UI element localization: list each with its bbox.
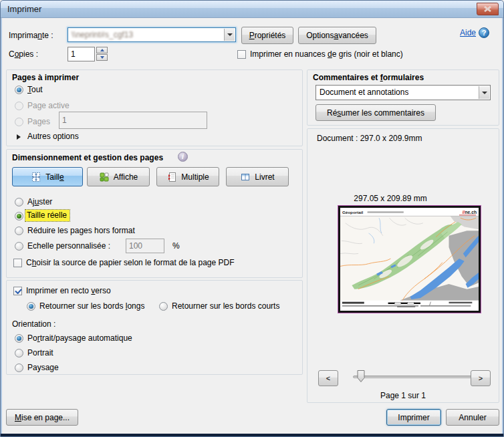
shrink-radio[interactable]	[15, 227, 23, 235]
next-page-button[interactable]: >	[471, 370, 491, 386]
page-status: Page 1 sur 1	[307, 391, 499, 400]
more-options-label[interactable]: Autres options	[27, 132, 79, 141]
printer-select[interactable]: \\neprint#s_cgf13	[68, 27, 236, 42]
actual-size-label: Taille réelle	[25, 210, 70, 221]
grayscale-checkbox[interactable]	[237, 50, 246, 59]
comments-group-title: Commentaires et formulaires	[313, 73, 424, 82]
page-size-label: 297.05 x 209.89 mm	[324, 194, 457, 203]
comments-dropdown-button[interactable]	[479, 86, 489, 99]
booklet-mode-button[interactable]: Livret	[226, 167, 289, 186]
titlebar: Imprimer	[1, 1, 503, 18]
booklet-mode-label: Livret	[255, 172, 274, 182]
percent-label: %	[172, 241, 180, 251]
expand-triangle-icon[interactable]	[17, 134, 21, 140]
shrink-label: Réduire les pages hors format	[27, 226, 135, 235]
long-edge-label: Retourner sur les bords longs	[39, 301, 144, 311]
paper-source-checkbox[interactable]	[13, 259, 22, 267]
pages-all-label: Tout	[27, 85, 43, 94]
fit-label: Ajuster	[27, 197, 52, 206]
printer-value: \\neprint#s_cgf13	[72, 30, 133, 39]
copies-stepper	[96, 47, 108, 61]
map-footer	[340, 301, 479, 311]
help-link[interactable]: Aide	[460, 28, 476, 37]
actual-size-radio[interactable]	[15, 212, 23, 221]
info-icon[interactable]: i	[178, 152, 188, 162]
custom-scale-label: Echelle personnalisée :	[27, 241, 110, 251]
pages-range-radio[interactable]	[15, 118, 23, 126]
printer-dropdown-button[interactable]	[224, 29, 235, 41]
page-slider-track[interactable]	[353, 376, 472, 378]
map-brand-domain: ne.ch	[465, 210, 477, 214]
pages-current-label: Page active	[27, 101, 70, 110]
multiple-mode-button[interactable]: Multiple	[156, 167, 219, 186]
multiple-icon	[166, 172, 177, 182]
sizing-group-title: Dimensionnement et gestion des pages	[12, 153, 163, 162]
orientation-portrait-radio[interactable]	[15, 349, 23, 357]
size-icon	[31, 172, 41, 182]
paper-source-label: Choisir la source de papier selon le for…	[26, 258, 235, 267]
pages-range-label: Pages	[27, 117, 50, 126]
custom-scale-input[interactable]	[126, 239, 164, 253]
summarize-comments-button[interactable]: Résumer les commentaires	[316, 104, 436, 121]
duplex-group: Imprimer en recto verso Retourner sur le…	[6, 280, 303, 375]
svg-text://ne.ch: //ne.ch	[463, 210, 477, 214]
orientation-label: Orientation :	[12, 319, 55, 329]
poster-icon	[99, 172, 110, 182]
map-body	[340, 216, 479, 300]
copies-increment-button[interactable]	[96, 47, 108, 53]
print-dialog: Imprimer Imprimante : \\neprint#s_cgf13 …	[0, 0, 504, 437]
orientation-portrait-label: Portrait	[27, 348, 53, 357]
printer-label: Imprimante :	[9, 31, 53, 40]
short-edge-label: Retourner sur les bords courts	[172, 301, 279, 311]
document-size-label: Document : 297.0 x 209.9mm	[317, 134, 422, 143]
page-slider-thumb[interactable]	[357, 370, 365, 383]
window-bottom-edge	[1, 434, 503, 436]
poster-mode-button[interactable]: Affiche	[87, 167, 150, 186]
previous-page-button[interactable]: <	[318, 370, 338, 386]
duplex-label: Imprimer en recto verso	[26, 286, 111, 295]
copies-input[interactable]	[68, 47, 95, 61]
orientation-auto-radio[interactable]	[15, 334, 23, 343]
duplex-checkbox[interactable]	[13, 287, 22, 295]
up-arrow-icon	[100, 49, 104, 51]
fit-radio[interactable]	[15, 198, 23, 206]
down-arrow-icon	[100, 56, 104, 59]
size-mode-label: Taille	[45, 172, 64, 182]
advanced-options-button[interactable]: Options avancées	[298, 27, 376, 44]
comments-select-value: Document et annotations	[320, 88, 408, 97]
grayscale-label: Imprimer en nuances de gris (noir et bla…	[250, 49, 403, 59]
map-brand-text: Géoportail	[342, 210, 364, 214]
custom-scale-radio[interactable]	[15, 242, 23, 251]
cancel-button[interactable]: Annuler	[446, 409, 499, 426]
multiple-mode-label: Multiple	[181, 172, 209, 182]
properties-button[interactable]: Propriétés	[241, 27, 293, 44]
sizing-group: Dimensionnement et gestion des pages i T…	[6, 149, 303, 278]
comments-group: Commentaires et formulaires Document et …	[307, 69, 499, 126]
pages-current-radio[interactable]	[15, 102, 23, 110]
copies-decrement-button[interactable]	[96, 54, 108, 61]
orientation-auto-label: Portrait/paysage automatique	[27, 333, 132, 343]
chevron-down-icon	[227, 33, 233, 36]
page-preview: Géoportail //ne.ch	[338, 206, 481, 313]
copies-label: Copies :	[9, 49, 38, 59]
print-button[interactable]: Imprimer	[386, 409, 441, 426]
comments-select[interactable]: Document et annotations	[316, 85, 491, 100]
close-icon	[484, 6, 491, 12]
size-mode-button[interactable]: Taille	[12, 167, 83, 186]
chevron-down-icon	[482, 92, 487, 94]
page-setup-button[interactable]: Mise en page...	[6, 409, 78, 426]
booklet-icon	[240, 172, 251, 182]
map-header: Géoportail //ne.ch	[340, 208, 479, 216]
close-button[interactable]	[477, 3, 499, 15]
pages-group: Pages à imprimer Tout Page active Pages …	[6, 69, 303, 146]
pages-range-input[interactable]	[59, 112, 207, 129]
pages-all-radio[interactable]	[15, 86, 23, 94]
pages-group-title: Pages à imprimer	[12, 73, 79, 82]
window-title: Imprimer	[7, 4, 41, 14]
short-edge-radio[interactable]	[159, 302, 168, 311]
help-icon[interactable]: ?	[479, 27, 489, 38]
long-edge-radio[interactable]	[27, 302, 35, 311]
orientation-landscape-label: Paysage	[27, 363, 59, 372]
orientation-landscape-radio[interactable]	[15, 363, 23, 372]
map-preview-image: Géoportail //ne.ch	[340, 208, 479, 311]
